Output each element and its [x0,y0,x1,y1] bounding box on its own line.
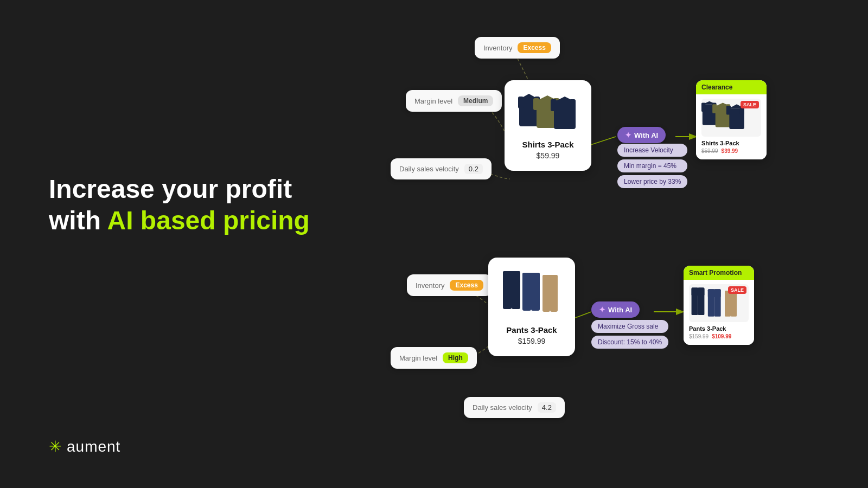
ai-star-icon: ✦ [625,131,631,139]
product1-inventory-label: Inventory [483,44,512,52]
product1-new-price: $39.99 [722,148,738,154]
product2-result-card: Smart Promotion SALE Pants 3-Pack $159.9… [684,266,754,345]
product2-new-price: $109.99 [712,333,731,339]
product1-margin-label: Margin level [414,97,452,105]
product1-card: Shirts 3-Pack $59.99 [505,80,591,171]
product1-ai-button[interactable]: ✦ With AI [617,127,666,143]
product2-result-name: Pants 3-Pack [689,325,749,332]
product1-name: Shirts 3-Pack [522,140,573,149]
product1-ai-label: With AI [634,131,658,139]
ai-star-icon-2: ✦ [599,305,605,314]
product2-price: $159.99 [518,337,546,345]
connector-lines [0,0,868,488]
product2-card: Pants 3-Pack $159.99 [488,258,575,356]
product2-margin-label: Margin level [399,354,437,362]
product1-image [518,91,578,134]
product2-old-price: $159.99 [689,333,709,339]
svg-rect-36 [542,275,558,285]
hero-line2-highlight: AI based pricing [107,206,310,235]
product1-margin-box: Margin level Medium [406,90,502,112]
product2-result-image: SALE [689,284,749,322]
product1-result-body: SALE Shirts 3-Pack $59.99 $39.99 [696,94,767,159]
product2-image [502,268,561,320]
product1-inventory-box: Inventory Excess [475,37,560,59]
product1-old-price: $59.99 [701,148,718,154]
svg-rect-18 [701,103,705,112]
product2-inventory-label: Inventory [416,281,444,290]
hero-line2: with AI based pricing [49,205,310,236]
product1-margin-badge: Medium [458,95,493,106]
logo: ✳ aument [49,438,120,455]
product1-price: $59.99 [537,151,560,160]
svg-rect-33 [522,273,540,284]
product1-result-prices: $59.99 $39.99 [701,148,761,154]
product1-suggestion-1: Min margin = 45% [617,159,687,172]
logo-icon: ✳ [49,438,61,455]
product2-result-header: Smart Promotion [684,266,754,280]
svg-rect-15 [570,99,576,111]
product1-result-header: Clearance [696,80,767,94]
svg-rect-30 [503,271,520,282]
hero-text: Increase your profit with AI based prici… [49,174,310,236]
product2-name: Pants 3-Pack [506,325,557,335]
product2-inventory-badge: Excess [450,280,483,291]
svg-rect-22 [712,104,717,113]
product2-suggestion-0: Maximize Gross sale [591,320,668,333]
product1-result-name: Shirts 3-Pack [701,140,761,146]
hero-line1: Increase your profit [49,174,310,205]
product1-velocity-value: 0.2 [464,164,483,174]
svg-rect-10 [533,98,539,110]
product2-result-body: SALE Pants 3-Pack $159.99 $109.99 [684,280,754,345]
product2-inventory-box: Inventory Excess [407,274,492,296]
product1-suggestion-2: Lower price by 33% [617,175,687,188]
product2-suggestions: Maximize Gross sale Discount: 15% to 40% [591,320,668,349]
product1-result-card: Clearance SALE Shirts 3-Pack $59.99 $3 [696,80,767,159]
svg-rect-14 [551,99,557,111]
product2-margin-box: Margin level High [391,347,477,369]
svg-rect-42 [708,289,721,297]
product1-velocity-label: Daily sales velocity [399,165,459,173]
product2-ai-label: With AI [608,306,632,314]
product2-velocity-box: Daily sales velocity 4.2 [464,397,565,418]
hero-line2-prefix: with [49,206,107,235]
logo-text: aument [67,438,120,455]
svg-rect-26 [726,106,731,115]
product2-result-prices: $159.99 $109.99 [689,333,749,339]
product1-velocity-box: Daily sales velocity 0.2 [391,158,492,179]
product1-suggestions: Increase Velocity Min margin = 45% Lower… [617,144,687,188]
svg-rect-6 [518,97,524,108]
product2-ai-button[interactable]: ✦ With AI [591,301,640,318]
product2-margin-badge: High [443,352,468,363]
product2-sale-badge: SALE [728,286,746,294]
svg-rect-39 [692,288,705,296]
product1-suggestion-0: Increase Velocity [617,144,687,157]
product1-inventory-badge: Excess [518,42,551,53]
product2-velocity-value: 4.2 [538,402,556,413]
product2-velocity-label: Daily sales velocity [473,403,532,412]
product1-result-image: SALE [701,99,761,137]
product2-suggestion-1: Discount: 15% to 40% [591,336,668,349]
product1-sale-badge: SALE [741,101,759,108]
